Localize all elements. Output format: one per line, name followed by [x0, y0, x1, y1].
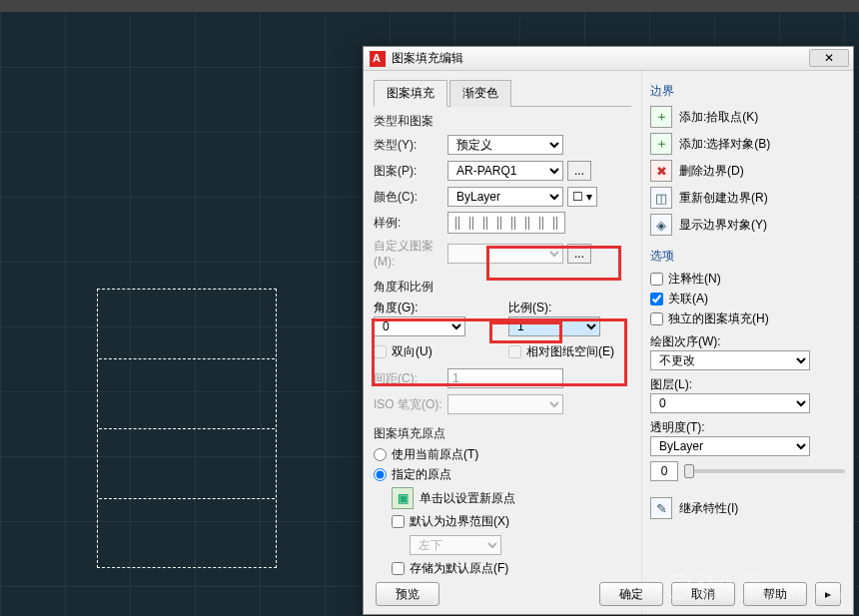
recreate-icon: ◫ [650, 187, 672, 209]
drawing-divider-h [99, 428, 275, 429]
drawing-divider-h [99, 498, 275, 499]
double-label: 双向(U) [392, 343, 432, 360]
plus-icon: ＋ [650, 106, 672, 128]
store-default-origin-checkbox[interactable] [392, 562, 405, 575]
tab-strip: 图案填充 渐变色 [374, 79, 631, 107]
layer-select[interactable]: 0 [650, 393, 810, 413]
add-select-objects-button[interactable]: ＋添加:选择对象(B) [650, 133, 845, 155]
transparency-slider[interactable] [684, 469, 845, 473]
add-pick-points-button[interactable]: ＋添加:拾取点(K) [650, 106, 845, 128]
use-current-origin-radio[interactable] [374, 448, 387, 461]
scale-select[interactable]: 1 [508, 316, 600, 336]
sample-label: 样例: [374, 215, 447, 232]
pattern-browse-button[interactable]: ... [567, 161, 591, 181]
draworder-select[interactable]: 不更改 [650, 350, 810, 370]
specified-origin-radio[interactable] [374, 468, 387, 481]
type-select[interactable]: 预定义 [447, 135, 563, 155]
transparency-label: 透明度(T): [650, 419, 845, 436]
baidu-watermark: Baidu 经验 jingyan.baidu.com [665, 571, 845, 602]
group-options: 选项 [650, 248, 845, 265]
dialog-titlebar[interactable]: 图案填充编辑 ✕ [364, 47, 853, 71]
color-label: 颜色(C): [374, 189, 447, 206]
associative-checkbox[interactable] [650, 293, 663, 306]
color-select[interactable]: ByLayer [447, 187, 563, 207]
close-button[interactable]: ✕ [809, 49, 849, 67]
inherit-properties-button[interactable]: ✎继承特性(I) [650, 497, 845, 519]
separate-hatch-label: 独立的图案填充(H) [668, 310, 769, 327]
tab-gradient[interactable]: 渐变色 [449, 80, 511, 107]
pattern-select[interactable]: AR-PARQ1 [447, 161, 563, 181]
separate-hatch-checkbox[interactable] [650, 312, 663, 325]
custom-pattern-select [447, 244, 563, 264]
slider-thumb[interactable] [684, 464, 694, 478]
show-boundary-button[interactable]: ◈显示边界对象(Y) [650, 214, 845, 236]
cad-top-border [0, 0, 859, 12]
plus-icon: ＋ [650, 133, 672, 155]
double-checkbox [374, 345, 387, 358]
set-new-origin-button[interactable]: ▣ [392, 487, 414, 509]
annotative-label: 注释性(N) [668, 271, 721, 288]
tab-hatch[interactable]: 图案填充 [374, 80, 447, 107]
iso-pen-label: ISO 笔宽(O): [374, 396, 447, 413]
baidu-logo-icon [665, 574, 691, 600]
dialog-title: 图案填充编辑 [392, 50, 463, 67]
paperspace-label: 相对图纸空间(E) [526, 343, 614, 360]
group-origin: 图案填充原点 [374, 425, 631, 442]
transparency-value-input[interactable] [650, 461, 678, 481]
angle-label: 角度(G): [374, 300, 496, 316]
hatch-edit-dialog: 图案填充编辑 ✕ 图案填充 渐变色 类型和图案 类型(Y): 预定义 图案(P)… [363, 46, 854, 615]
autocad-icon [370, 51, 386, 67]
custom-pattern-browse: ... [567, 244, 591, 264]
custom-pattern-label: 自定义图案(M): [374, 238, 447, 269]
specified-origin-label: 指定的原点 [392, 466, 451, 483]
layer-label: 图层(L): [650, 376, 845, 393]
dialog-left-pane: 图案填充 渐变色 类型和图案 类型(Y): 预定义 图案(P): AR-PARQ… [364, 71, 641, 614]
eye-icon: ◈ [650, 214, 672, 236]
spacing-label: 间距(C): [374, 370, 447, 387]
associative-label: 关联(A) [668, 291, 708, 308]
dialog-right-pane: 边界 ＋添加:拾取点(K) ＋添加:选择对象(B) ✖删除边界(D) ◫重新创建… [641, 71, 853, 614]
set-new-origin-label: 单击以设置新原点 [420, 490, 515, 507]
draworder-label: 绘图次序(W): [650, 333, 845, 350]
inherit-icon: ✎ [650, 497, 672, 519]
default-extent-label: 默认为边界范围(X) [410, 513, 509, 530]
recreate-boundary-button[interactable]: ◫重新创建边界(R) [650, 187, 845, 209]
group-angle-scale: 角度和比例 [374, 279, 631, 296]
origin-position-select: 左下 [410, 535, 501, 555]
store-default-origin-label: 存储为默认原点(F) [410, 560, 508, 577]
drawing-divider-h [99, 358, 275, 359]
remove-boundary-button[interactable]: ✖删除边界(D) [650, 160, 845, 182]
transparency-select[interactable]: ByLayer [650, 436, 810, 456]
default-extent-checkbox[interactable] [392, 515, 405, 528]
preview-button[interactable]: 预览 [376, 582, 439, 606]
annotative-checkbox[interactable] [650, 273, 663, 286]
pattern-preview[interactable] [447, 212, 565, 234]
color-swatch-button[interactable]: ☐ ▾ [567, 187, 597, 207]
type-label: 类型(Y): [374, 137, 447, 154]
group-boundary: 边界 [650, 83, 845, 100]
group-type-pattern: 类型和图案 [374, 113, 631, 130]
scale-label: 比例(S): [508, 300, 631, 316]
iso-pen-select [447, 394, 563, 414]
pattern-label: 图案(P): [374, 163, 447, 180]
minus-icon: ✖ [650, 160, 672, 182]
spacing-input [447, 368, 563, 388]
use-current-origin-label: 使用当前原点(T) [392, 446, 478, 463]
paperspace-checkbox [508, 345, 521, 358]
angle-select[interactable]: 0 [374, 316, 465, 336]
ok-button[interactable]: 确定 [599, 582, 663, 606]
